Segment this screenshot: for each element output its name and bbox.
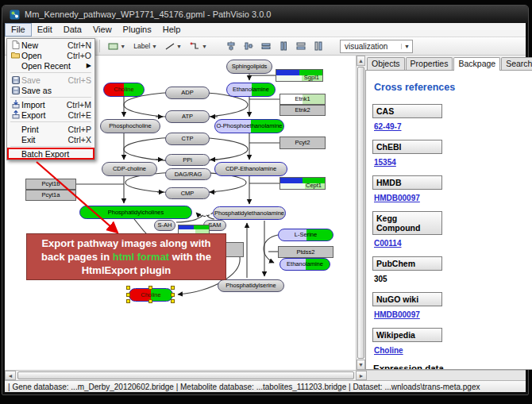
node-label: Etnk2 xyxy=(295,107,310,114)
annotation-highlight: html format xyxy=(113,251,170,263)
selection-handle[interactable] xyxy=(171,293,175,297)
file-menu-export[interactable]: ExportCtrl+E xyxy=(8,110,94,120)
menu-item-label: Save xyxy=(21,75,64,85)
file-menu-save-as[interactable]: Save as xyxy=(8,85,94,95)
xref-link[interactable]: HMDB00097 xyxy=(374,194,532,202)
node-adp[interactable]: ADP xyxy=(165,87,210,99)
selection-handle[interactable] xyxy=(148,286,152,290)
node-o-phosphoethanolamine[interactable]: O-Phosphoethanolamine xyxy=(214,119,284,133)
xref-link[interactable]: 15354 xyxy=(374,158,532,167)
selection-handle[interactable] xyxy=(126,299,130,303)
xref-link[interactable]: HMDB00097 xyxy=(374,310,532,319)
file-menu-open-recent[interactable]: Open Recent▶ xyxy=(8,60,94,71)
node-phosphatidylcholines[interactable]: Phosphatidylcholines xyxy=(79,206,192,219)
scrollbar-thumb[interactable] xyxy=(357,67,364,359)
file-menu-open[interactable]: OpenCtrl+O xyxy=(8,50,94,60)
node-label: SAM xyxy=(208,222,221,229)
visualization-combobox[interactable]: visualization ▼ xyxy=(340,40,413,53)
submenu-arrow-icon: ▶ xyxy=(87,62,91,69)
chevron-down-icon: ▼ xyxy=(401,44,410,49)
file-menu-exit[interactable]: ExitCtrl+X xyxy=(8,134,94,144)
node-etnk1[interactable]: Etnk1 xyxy=(279,94,326,105)
node-etnk2[interactable]: Etnk2 xyxy=(279,105,326,116)
xref-section-header: Kegg Compound xyxy=(372,211,442,235)
menu-edit[interactable]: Edit xyxy=(32,23,58,37)
node-phosphocholine[interactable]: Phosphocholine xyxy=(100,119,160,133)
canvas-horizontal-scrollbar[interactable]: ◄ ► xyxy=(5,370,367,380)
node-atp[interactable]: ATP xyxy=(165,110,210,123)
tab-objects[interactable]: Objects xyxy=(367,57,405,70)
match-height-button[interactable] xyxy=(311,39,326,53)
side-panel: ObjectsPropertiesBackpageSearchLegend Cr… xyxy=(365,56,526,370)
distribute-horizontal-button[interactable] xyxy=(259,39,273,53)
selection-handle[interactable] xyxy=(126,286,130,290)
node-phosphatidylethanolamine[interactable]: Phosphatidylethanolamine xyxy=(213,206,286,220)
label-tool-button[interactable]: Label ▼ xyxy=(131,39,160,53)
menu-plugins[interactable]: Plugins xyxy=(118,23,157,37)
node-s-ah[interactable]: S-AH xyxy=(154,220,175,231)
scroll-up-icon[interactable]: ▲ xyxy=(357,56,365,66)
node-sphingolipids[interactable]: Sphingolipids xyxy=(226,60,272,74)
scroll-right-icon[interactable]: ► xyxy=(356,371,367,380)
tab-search[interactable]: Search xyxy=(501,57,532,70)
node-ctp[interactable]: CTP xyxy=(165,133,210,145)
node-cmp[interactable]: CMP xyxy=(165,187,210,199)
datanode-button[interactable]: ▼ xyxy=(106,39,128,53)
node-phosphatidylserine[interactable]: Phosphatidylserine xyxy=(218,279,284,292)
file-menu-new[interactable]: NewCtrl+N xyxy=(8,40,94,50)
node-ethanolamine[interactable]: Ethanolamine xyxy=(279,258,330,271)
menu-separator xyxy=(10,146,91,147)
expression-data-heading: Expression data xyxy=(373,364,532,370)
node-pcyt2[interactable]: Pcyt2 xyxy=(279,137,326,149)
scroll-row-filler xyxy=(367,370,526,380)
node-cdp-ethanolamine[interactable]: CDP-Ethanolamine xyxy=(214,162,287,176)
xref-section-header: NuGO wiki xyxy=(372,292,442,306)
file-menu-import[interactable]: ImportCtrl+M xyxy=(8,99,94,110)
backpage-content: Cross references CAS62-49-7ChEBI15354HMD… xyxy=(365,70,532,370)
xref-link[interactable]: Choline xyxy=(374,346,532,355)
align-center-horizontal-button[interactable] xyxy=(224,39,238,53)
menu-file[interactable]: File xyxy=(5,23,32,37)
tab-properties[interactable]: Properties xyxy=(406,57,453,70)
label-icon: Label xyxy=(133,42,150,50)
xref-link[interactable]: 62-49-7 xyxy=(374,122,532,131)
node-ppi[interactable]: PPi xyxy=(165,154,210,166)
node-dag-rag[interactable]: DAG/RAG xyxy=(165,168,211,180)
export-icon xyxy=(10,110,21,119)
align-center-vertical-button[interactable] xyxy=(241,39,256,53)
match-width-button[interactable] xyxy=(294,39,308,53)
node-cdp-choline[interactable]: CDP-choline xyxy=(102,162,157,176)
connector-tool-button[interactable]: ▼ xyxy=(187,39,210,53)
node-l-serine[interactable]: L-Serine xyxy=(278,229,333,241)
file-menu-batch-export[interactable]: Batch Export xyxy=(8,148,94,159)
selection-handle[interactable] xyxy=(148,299,152,303)
selection-handle[interactable] xyxy=(171,299,175,303)
distribute-vertical-button[interactable] xyxy=(276,39,291,53)
menu-help[interactable]: Help xyxy=(157,23,187,37)
scrollbar-thumb[interactable] xyxy=(17,371,354,379)
file-menu-print[interactable]: PrintCtrl+P xyxy=(8,124,94,134)
menu-view[interactable]: View xyxy=(87,23,118,37)
node-ptdss2[interactable]: Ptdss2 xyxy=(278,246,333,258)
xref-section-header: Wikipedia xyxy=(372,328,442,342)
tab-backpage[interactable]: Backpage xyxy=(453,57,500,71)
node-pcyt1a[interactable]: Pcyt1a xyxy=(25,190,76,201)
xref-section-nugo-wiki: NuGO wikiHMDB00097 xyxy=(372,292,532,319)
menu-data[interactable]: Data xyxy=(58,23,87,37)
node-ethanolamine[interactable]: Ethanolamine xyxy=(226,83,276,97)
title-bar: Mm_Kennedy_pathway_WP1771_45176.gpml - P… xyxy=(2,6,528,23)
scroll-left-icon[interactable]: ◄ xyxy=(5,371,16,380)
line-tool-button[interactable]: ▼ xyxy=(163,39,184,53)
node-choline[interactable]: Choline xyxy=(103,83,145,97)
canvas-vertical-scrollbar[interactable]: ▲ ▼ xyxy=(356,56,365,370)
node-cept1[interactable]: Cept1 xyxy=(279,177,326,190)
save-icon xyxy=(10,76,21,84)
xref-section-header: PubChem xyxy=(372,256,442,271)
node-pcyt1b[interactable]: Pcyt1b xyxy=(25,179,76,190)
xref-section-header: CAS xyxy=(372,104,442,118)
node-sgpl1[interactable]: Sgpl1 xyxy=(276,69,323,82)
selection-handle[interactable] xyxy=(126,293,130,297)
scroll-down-icon[interactable]: ▼ xyxy=(357,360,365,370)
xref-link[interactable]: C00114 xyxy=(374,239,532,248)
selection-handle[interactable] xyxy=(171,286,175,290)
